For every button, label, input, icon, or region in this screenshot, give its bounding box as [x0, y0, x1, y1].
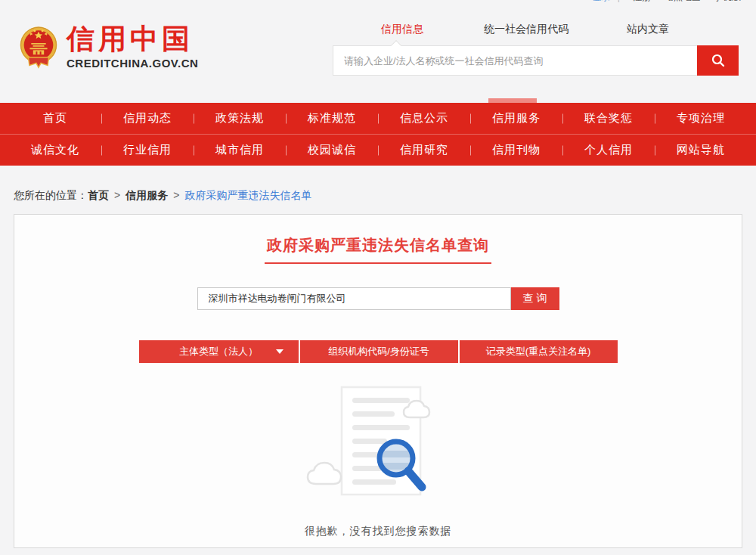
filter-record-type[interactable]: 记录类型(重点关注名单) [458, 340, 618, 363]
query-row: 查 询 [14, 287, 742, 310]
chevron-down-icon [276, 349, 284, 354]
header-search-box [333, 45, 739, 76]
sitemap-link[interactable]: 站点地图 [665, 0, 701, 2]
nav-item-policies[interactable]: 政策法规 [194, 111, 286, 126]
breadcrumb: 您所在的位置：首页>信用服务>政府采购严重违法失信名单 [14, 189, 756, 203]
breadcrumb-current: 政府采购严重违法失信名单 [184, 189, 311, 201]
empty-illustration [14, 383, 742, 508]
breadcrumb-credit-services[interactable]: 信用服务 [125, 189, 168, 201]
header-search-input[interactable] [333, 46, 697, 75]
nav-row-2: 诚信文化 行业信用 城市信用 校园诚信 信用研究 信用刊物 个人信用 网站导航 [0, 135, 756, 166]
nav-item-standards[interactable]: 标准规范 [286, 111, 378, 126]
nav-item-credit-services[interactable]: 信用服务 [470, 111, 562, 126]
site-domain: CREDITCHINA.GOV.CN [67, 57, 198, 70]
nav-item-credit-research[interactable]: 信用研究 [378, 143, 470, 157]
nav-item-credit-news[interactable]: 信用动态 [101, 111, 194, 126]
nav-item-home[interactable]: 首页 [9, 111, 101, 126]
nav-item-credit-publications[interactable]: 信用刊物 [470, 143, 562, 157]
page-title: 政府采购严重违法失信名单查询 [265, 235, 491, 264]
tab-site-articles[interactable]: 站内文章 [627, 23, 669, 36]
nav-item-info-disclosure[interactable]: 信息公示 [378, 111, 470, 126]
company-query-input[interactable] [197, 287, 511, 310]
empty-message: 很抱歉，没有找到您搜索数据 [14, 525, 742, 538]
active-nav-indicator [488, 98, 537, 103]
register-link[interactable]: 注册 [633, 0, 651, 2]
header-search-module: 信用信息 统一社会信用代码 站内文章 [333, 23, 739, 76]
nav-item-industry-credit[interactable]: 行业信用 [101, 143, 194, 157]
site-name: 信用中国 [67, 24, 198, 54]
page: 登录 | 注册 站点地图 手机版 [0, 0, 756, 555]
breadcrumb-separator: > [114, 189, 120, 201]
breadcrumb-prefix: 您所在的位置： [14, 189, 88, 201]
national-emblem-icon [18, 24, 59, 74]
nav-item-site-navigation[interactable]: 网站导航 [655, 143, 747, 157]
nav-item-joint-rewards-punishment[interactable]: 联合奖惩 [562, 111, 655, 126]
nav-row-1: 首页 信用动态 政策法规 标准规范 信息公示 信用服务 联合奖惩 专项治理 [0, 103, 756, 134]
nav-item-integrity-culture[interactable]: 诚信文化 [9, 143, 101, 157]
no-results-illustration-icon [304, 383, 452, 505]
tab-credit-info[interactable]: 信用信息 [381, 23, 423, 36]
query-panel: 政府采购严重违法失信名单查询 查 询 主体类型（法人） 组织机构代码/身份证号 … [14, 214, 742, 548]
topbar-clipped: 登录 | 注册 站点地图 手机版 [544, 0, 741, 5]
mobile-link[interactable]: 手机版 [714, 0, 741, 2]
tab-unified-social-credit-code[interactable]: 统一社会信用代码 [484, 23, 569, 36]
search-icon [711, 53, 726, 68]
header-search-button[interactable] [697, 45, 739, 76]
filter-entity-type[interactable]: 主体类型（法人） [139, 340, 299, 363]
topbar-separator: | [618, 0, 620, 2]
site-logo[interactable]: 信用中国 CREDITCHINA.GOV.CN [18, 24, 198, 74]
main-nav: 首页 信用动态 政策法规 标准规范 信息公示 信用服务 联合奖惩 专项治理 诚信… [0, 103, 756, 166]
login-link[interactable]: 登录 [593, 0, 611, 2]
breadcrumb-separator: > [173, 189, 179, 201]
filter-org-code[interactable]: 组织机构代码/身份证号 [299, 340, 458, 363]
nav-item-city-credit[interactable]: 城市信用 [194, 143, 286, 157]
breadcrumb-home[interactable]: 首页 [88, 189, 109, 201]
header: 信用中国 CREDITCHINA.GOV.CN 信用信息 统一社会信用代码 站内… [0, 0, 756, 103]
result-header-row: 主体类型（法人） 组织机构代码/身份证号 记录类型(重点关注名单) [14, 340, 742, 363]
nav-item-personal-credit[interactable]: 个人信用 [562, 143, 655, 157]
search-tabs: 信用信息 统一社会信用代码 站内文章 [333, 23, 739, 36]
query-button[interactable]: 查 询 [511, 287, 559, 310]
nav-item-special-governance[interactable]: 专项治理 [655, 111, 747, 126]
nav-item-campus-integrity[interactable]: 校园诚信 [286, 143, 378, 157]
